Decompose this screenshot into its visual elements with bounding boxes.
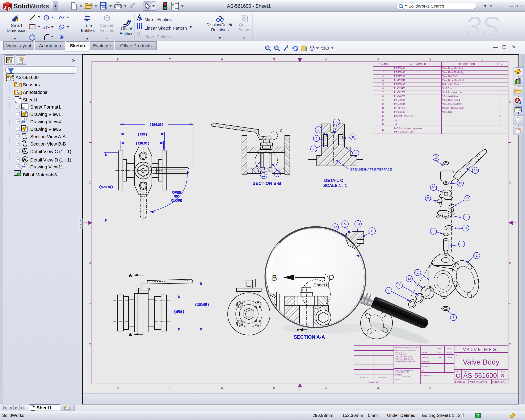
svg-text:UNLESS OTHERWISE SPECIFIED:: UNLESS OTHERWISE SPECIFIED:	[394, 346, 419, 348]
svg-text:DAR: DAR	[438, 357, 441, 358]
svg-text:13: 13	[459, 181, 462, 185]
svg-text:2: 2	[429, 386, 431, 390]
svg-text:PT-561605: PT-561605	[394, 83, 405, 85]
svg-text:14: 14	[382, 119, 384, 121]
svg-text:12: 12	[262, 174, 266, 177]
svg-text:5: 5	[273, 386, 275, 390]
svg-text:1: 1	[481, 57, 483, 61]
svg-text:2: 2	[499, 115, 501, 117]
svg-text:15: 15	[382, 123, 384, 125]
svg-text:PT-025260: PT-025260	[394, 111, 405, 113]
svg-text:-28: -28	[394, 123, 397, 125]
svg-text:C: C	[89, 181, 91, 184]
svg-text:DESCRIPTION: DESCRIPTION	[459, 63, 475, 65]
svg-text:FINISH: FINISH	[394, 379, 400, 381]
svg-text:SECTION B-B: SECTION B-B	[253, 181, 281, 186]
svg-text:2: 2	[254, 169, 256, 173]
svg-text:8: 8	[382, 95, 384, 97]
svg-text:WEIGHT: 2217.502: WEIGHT: 2217.502	[469, 381, 487, 383]
svg-text:12: 12	[408, 277, 411, 280]
svg-text:2: 2	[417, 271, 419, 274]
svg-text:PT-561604: PT-561604	[394, 103, 405, 105]
svg-text:PU-467260: PU-467260	[394, 107, 405, 109]
svg-text:C: C	[509, 181, 511, 184]
svg-text:1: 1	[499, 71, 501, 74]
svg-text:1: 1	[499, 123, 501, 125]
svg-text:( 118.80 ): ( 118.80 )	[136, 141, 149, 145]
svg-text:DATE: DATE	[447, 347, 451, 349]
svg-text:Valve Body: Valve Body	[463, 358, 500, 366]
svg-text:13: 13	[434, 156, 438, 159]
svg-text:Q.A.: Q.A.	[422, 370, 425, 372]
svg-text:Sheet1: Sheet1	[314, 282, 328, 287]
svg-text:PT-025261: PT-025261	[394, 75, 405, 77]
svg-text:( Ø98 ): ( Ø98 )	[174, 310, 184, 313]
svg-text:7: 7	[169, 386, 171, 390]
svg-text:10: 10	[382, 103, 384, 105]
svg-text:6: 6	[221, 57, 223, 61]
svg-text:VALVE MFG.: VALVE MFG.	[463, 347, 499, 352]
svg-text:1: 1	[499, 83, 501, 85]
svg-text:1: 1	[499, 87, 501, 89]
svg-text:A: A	[89, 342, 91, 345]
svg-text:3 Seal - 4.00mm: 3 Seal - 4.00mm	[442, 95, 459, 97]
svg-text:APPLICATION: APPLICATION	[368, 381, 378, 383]
svg-text:4: 4	[325, 386, 327, 390]
svg-text:C: C	[280, 129, 282, 133]
svg-text:4: 4	[325, 57, 327, 61]
svg-text:( 179.75 ): ( 179.75 )	[99, 185, 113, 189]
svg-text:MATERIAL: MATERIAL	[394, 374, 402, 376]
svg-text:8: 8	[117, 386, 119, 390]
svg-text:1: 1	[476, 254, 478, 257]
svg-text:PU-540200: PU-540200	[394, 95, 405, 97]
svg-text:1: 1	[499, 79, 501, 82]
svg-text:Valve Head Machining: Valve Head Machining	[442, 71, 464, 74]
svg-text:8: 8	[465, 226, 467, 230]
svg-text:M8 x 1.25 x 25 -25N: M8 x 1.25 x 25 -25N	[394, 131, 414, 133]
svg-text:REV: REV	[501, 371, 505, 373]
svg-text:PT-561602: PT-561602	[394, 71, 405, 74]
svg-text:COMMENTS:: COMMENTS:	[422, 374, 431, 376]
svg-text:5: 5	[344, 222, 346, 226]
svg-text:A: A	[129, 332, 132, 337]
svg-text:NAME: NAME	[437, 347, 442, 349]
svg-text:PU-662798: PU-662798	[394, 91, 405, 93]
svg-text:1: 1	[499, 67, 501, 69]
svg-text:DIMENSIONS ARE IN INCHES: DIMENSIONS ARE IN INCHES	[394, 350, 416, 352]
svg-text:9/4/08: 9/4/08	[447, 352, 452, 354]
svg-text:Main Valve Shaft: Main Valve Shaft	[442, 83, 459, 85]
svg-text:5: 5	[336, 120, 338, 124]
svg-text:SHEET 1 OF 1: SHEET 1 OF 1	[492, 381, 506, 383]
svg-text:SCALE: 1:2: SCALE: 1:2	[455, 381, 466, 383]
svg-text:16: 16	[466, 197, 469, 199]
svg-text:CHECKED: CHECKED	[422, 357, 429, 358]
svg-text:9: 9	[318, 128, 319, 131]
svg-text:3: 3	[277, 172, 278, 175]
svg-text:-27: -27	[394, 119, 397, 121]
svg-text:13: 13	[382, 115, 384, 117]
svg-text:SECTION A-A: SECTION A-A	[294, 334, 325, 340]
svg-text:DRAWN: DRAWN	[422, 352, 427, 354]
svg-text:13: 13	[333, 225, 337, 229]
svg-text:3: 3	[377, 57, 379, 61]
svg-text:1: 1	[481, 386, 483, 390]
svg-text:8: 8	[352, 135, 354, 139]
svg-text:SCALE 1 : 1: SCALE 1 : 1	[323, 183, 347, 188]
svg-text:1: 1	[499, 99, 501, 101]
svg-text:1: 1	[499, 111, 501, 113]
svg-text:4: 4	[382, 79, 384, 82]
svg-text:QTY.: QTY.	[497, 63, 503, 65]
svg-text:1: 1	[382, 67, 384, 69]
svg-text:1: 1	[499, 95, 501, 97]
svg-text:Handle - Open / Close: Handle - Open / Close	[442, 107, 464, 109]
svg-text:ENG APPR.: ENG APPR.	[422, 361, 430, 363]
svg-text:7: 7	[313, 147, 315, 150]
svg-text:7: 7	[382, 91, 384, 93]
svg-text:C: C	[456, 372, 460, 379]
svg-text:11: 11	[382, 107, 384, 109]
svg-text:Valve Body Gland: Valve Body Gland	[442, 99, 460, 101]
svg-text:11: 11	[370, 229, 374, 233]
svg-text:ANGULAR: MACH BEND: ANGULAR: MACH BEND	[394, 356, 412, 358]
svg-text:5: 5	[382, 83, 384, 85]
svg-text:B18 2.3.1M - Hex cap screw,: B18 2.3.1M - Hex cap screw,	[394, 127, 422, 130]
